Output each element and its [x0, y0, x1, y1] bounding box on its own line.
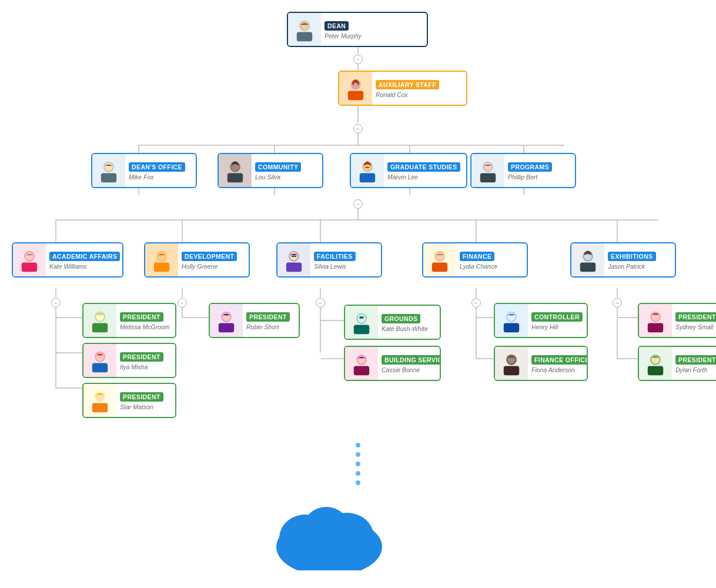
svg-rect-70	[154, 262, 169, 272]
academic-affairs-name: Kate Williams	[49, 263, 118, 270]
president-ilya-title: PRESIDENT	[120, 352, 163, 362]
grounds-info: GROUNDS Kate Bush-White	[378, 310, 433, 335]
programs-node[interactable]: PROGRAMS Phillip Bert	[470, 153, 576, 188]
finance-office-title: FINANCE OFFICE	[531, 355, 588, 365]
controller-node[interactable]: CONTROLLER Henry Hill	[494, 303, 588, 338]
collapse-btn-fac[interactable]: −	[316, 298, 325, 308]
finance-info: FINANCE Lydia Chance	[456, 248, 503, 272]
deans-office-node[interactable]: DEAN'S OFFICE Mike Fox	[91, 153, 197, 188]
svg-point-41	[356, 443, 360, 447]
cloud-decoration	[265, 494, 394, 573]
deans-office-name: Mike Fox	[129, 173, 185, 181]
programs-avatar	[471, 154, 504, 187]
auxiliary-title: AUXILIARY STAFF	[376, 80, 439, 89]
academic-affairs-avatar	[13, 243, 46, 276]
svg-rect-58	[227, 173, 243, 182]
academic-affairs-title: ACADEMIC AFFAIRS	[49, 252, 120, 261]
svg-rect-61	[360, 173, 375, 182]
finance-avatar	[423, 243, 456, 276]
president-star-name: Star Matson	[120, 403, 163, 410]
community-avatar	[219, 154, 252, 187]
finance-office-name: Fiona Anderson	[531, 366, 582, 373]
facilities-info: FACILITIES Silvia Lewis	[310, 248, 360, 272]
finance-node[interactable]: FINANCE Lydia Chance	[422, 242, 528, 278]
collapse-btn-1[interactable]: −	[353, 55, 363, 64]
exhibitions-node[interactable]: EXHIBITIONS Jason Patrick	[570, 242, 676, 278]
svg-point-68	[25, 252, 34, 260]
grounds-node[interactable]: GROUNDS Kate Bush-White	[344, 305, 441, 340]
svg-point-52	[352, 83, 354, 85]
community-node[interactable]: COMMUNITY Lou Silva	[218, 153, 323, 188]
building-services-title: BUILDING SERVICES	[382, 355, 441, 365]
collapse-btn-3[interactable]: −	[353, 199, 363, 209]
svg-rect-86	[92, 363, 108, 372]
president-dylan-info: PRESIDENT Dylan Forth	[672, 352, 716, 376]
development-title: DEVELOPMENT	[182, 252, 237, 261]
president-ilya-info: PRESIDENT Ilya Misha	[116, 349, 168, 373]
president-melissa-info: PRESIDENT Melissa McGroom	[116, 309, 175, 333]
president-melissa-avatar	[83, 304, 116, 337]
svg-point-116	[303, 507, 350, 552]
president-dylan-node[interactable]: PRESIDENT Dylan Forth	[638, 346, 716, 381]
collapse-btn-exh[interactable]: −	[613, 298, 622, 308]
president-sydney-info: PRESIDENT Sydney Small	[672, 309, 716, 333]
president-sydney-avatar	[639, 304, 672, 337]
dean-info: DEAN Peter Murphy	[321, 18, 368, 42]
building-services-name: Cassie Bonne	[382, 366, 435, 373]
svg-point-53	[357, 83, 360, 85]
president-star-avatar	[83, 384, 116, 417]
collapse-btn-aa[interactable]: −	[51, 298, 61, 308]
community-name: Lou Silva	[255, 173, 301, 181]
president-sydney-node[interactable]: PRESIDENT Sydney Small	[638, 303, 716, 338]
svg-rect-75	[292, 256, 297, 257]
deans-office-avatar	[92, 154, 125, 187]
auxiliary-name: Ronald Cox	[376, 91, 439, 98]
facilities-name: Silvia Lewis	[314, 263, 356, 270]
svg-rect-97	[359, 316, 363, 319]
development-node[interactable]: DEVELOPMENT Holly Greene	[144, 242, 250, 278]
finance-name: Lydia Chance	[460, 263, 498, 270]
academic-affairs-node[interactable]: ACADEMIC AFFAIRS Kate Williams	[12, 242, 123, 278]
president-ilya-avatar	[83, 344, 116, 377]
collapse-btn-fin[interactable]: −	[471, 298, 481, 308]
president-star-node[interactable]: PRESIDENT Star Matson	[82, 383, 176, 418]
svg-point-78	[436, 252, 444, 260]
svg-point-42	[356, 452, 360, 457]
graduate-studies-node[interactable]: GRADUATE STUDIES Marvin Lee	[350, 153, 467, 188]
svg-rect-64	[480, 173, 496, 182]
svg-rect-83	[92, 323, 108, 332]
finance-office-node[interactable]: FINANCE OFFICE Fiona Anderson	[494, 346, 588, 381]
president-robin-name: Robin Short	[246, 323, 290, 330]
dean-node[interactable]: DEAN Peter Murphy	[287, 12, 428, 47]
facilities-node[interactable]: FACILITIES Silvia Lewis	[276, 242, 382, 278]
president-ilya-name: Ilya Misha	[120, 363, 163, 370]
building-services-node[interactable]: BUILDING SERVICES Cassie Bonne	[344, 346, 441, 381]
president-melissa-node[interactable]: PRESIDENT Melissa McGroom	[82, 303, 176, 338]
president-robin-avatar	[210, 304, 243, 337]
collapse-btn-2[interactable]: −	[353, 124, 363, 133]
development-name: Holly Greene	[182, 263, 237, 270]
programs-info: PROGRAMS Phillip Bert	[504, 159, 557, 183]
community-title: COMMUNITY	[255, 162, 301, 172]
graduate-studies-avatar	[351, 154, 384, 187]
development-avatar	[145, 243, 178, 276]
president-star-title: PRESIDENT	[120, 392, 163, 402]
president-robin-node[interactable]: PRESIDENT Robin Short	[209, 303, 300, 338]
president-sydney-name: Sydney Small	[675, 323, 716, 330]
svg-point-71	[158, 252, 166, 260]
controller-name: Henry Hill	[531, 323, 582, 330]
president-melissa-title: PRESIDENT	[120, 312, 163, 322]
collapse-btn-dev[interactable]: −	[178, 298, 187, 308]
svg-rect-77	[432, 262, 447, 272]
programs-title: PROGRAMS	[508, 162, 552, 172]
svg-rect-50	[348, 91, 363, 100]
controller-info: CONTROLLER Henry Hill	[528, 309, 587, 333]
svg-rect-89	[92, 403, 108, 412]
facilities-title: FACILITIES	[314, 252, 356, 261]
svg-rect-92	[219, 323, 234, 332]
dean-avatar	[288, 13, 321, 46]
dean-name: Peter Murphy	[324, 32, 363, 39]
president-ilya-node[interactable]: PRESIDENT Ilya Misha	[82, 343, 176, 378]
svg-point-44	[356, 471, 360, 476]
auxiliary-node[interactable]: AUXILIARY STAFF Ronald Cox	[338, 71, 467, 106]
